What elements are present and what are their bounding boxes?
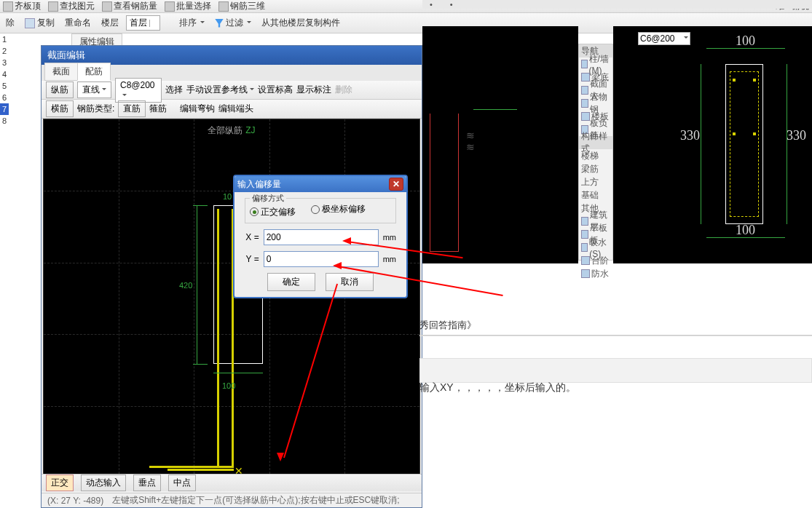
list-item[interactable]: 8 xyxy=(0,115,9,127)
header-item[interactable]: • xyxy=(450,0,453,9)
stirrup-button[interactable]: 箍筋 xyxy=(149,103,167,115)
list-item[interactable]: 1 xyxy=(0,33,9,45)
toolbar-item[interactable]: 查看钢筋量 xyxy=(102,0,157,12)
perp-toggle[interactable]: 垂点 xyxy=(133,475,161,491)
select-button[interactable]: 选择 xyxy=(165,84,183,96)
status-hint: (X: 27 Y: -489) 左键或Shift+左键指定下一点(可选择纵筋中心… xyxy=(42,493,422,507)
manual-ref-button[interactable]: 手动设置参考线 xyxy=(186,84,254,96)
close-button[interactable]: ✕ xyxy=(389,178,403,191)
hengjin-button[interactable]: 横筋 xyxy=(46,100,74,117)
page-header-partial: • • xyxy=(422,0,812,9)
pipe-icon xyxy=(581,99,588,108)
panel-item[interactable]: 防水 xyxy=(579,267,612,280)
toolbar-item[interactable]: 钢筋三维 xyxy=(218,0,265,12)
dimension: 420 xyxy=(179,281,192,290)
filter-button[interactable]: 过滤 xyxy=(212,15,254,31)
dimension: 100 xyxy=(736,33,755,49)
canvas-statusbar: 正交 动态输入 垂点 中点 xyxy=(42,474,422,491)
panel-item[interactable]: 管物钢 xyxy=(579,97,612,110)
ortho-radio[interactable]: 正交偏移 xyxy=(250,206,296,218)
spring-icon: ≋≋ xyxy=(466,130,473,153)
y-label: Y = xyxy=(245,254,259,264)
chevron-down-icon xyxy=(250,88,254,92)
water-icon xyxy=(581,243,588,252)
stirrup xyxy=(730,71,759,217)
polar-radio[interactable]: 极坐标偏移 xyxy=(311,203,366,215)
right-canvas-1[interactable]: ≋≋ xyxy=(422,26,578,263)
filter-icon xyxy=(215,19,224,28)
mid-toggle[interactable]: 中点 xyxy=(168,475,196,491)
coord-readout: (X: 27 Y: -489) xyxy=(47,496,103,506)
list-item[interactable]: 6 xyxy=(0,92,9,103)
zongjin-button[interactable]: 纵筋 xyxy=(46,82,74,98)
floor-select[interactable]: 首层 xyxy=(126,15,160,31)
straight-button[interactable]: 直筋 xyxy=(118,100,146,117)
edit-end-button[interactable]: 编辑端头 xyxy=(218,103,253,115)
batch-select-icon xyxy=(165,1,175,12)
panel-item[interactable]: 梁筋 xyxy=(579,162,612,175)
set-elevation-button[interactable]: 设置标高 xyxy=(258,84,293,96)
section-icon xyxy=(581,86,588,95)
dim-tick xyxy=(193,364,208,365)
dim-line xyxy=(473,109,517,110)
cancel-button[interactable]: 取消 xyxy=(326,273,374,291)
list-item[interactable]: 3 xyxy=(0,57,9,68)
arrow-head-icon xyxy=(329,262,342,269)
panel-item[interactable]: 吸水(S) xyxy=(579,241,612,254)
ortho-toggle[interactable]: 正交 xyxy=(46,475,74,491)
list-item-selected[interactable]: 7 xyxy=(0,103,9,115)
right-nav-panel: 导航 柱/墙(M) 梁底 截面人 管物钢 楼板 板负筋 构件样式 楼梯 梁筋 上… xyxy=(578,44,613,261)
panel-item[interactable]: 柱/墙(M) xyxy=(579,57,612,71)
spec-select[interactable]: C8@200 xyxy=(115,78,162,103)
dyn-input-toggle[interactable]: 动态输入 xyxy=(81,475,126,491)
remove-button[interactable]: 删除 xyxy=(335,84,352,96)
spec-select-right[interactable]: C6@200 xyxy=(638,32,690,45)
slab-icon xyxy=(581,112,590,121)
right-canvas-2[interactable]: 100 330 330 100 xyxy=(613,26,812,263)
panel-item[interactable]: 台阶 xyxy=(579,254,612,267)
rebar-type-label: 钢筋类型: xyxy=(77,103,114,115)
step-icon xyxy=(581,256,590,265)
delete-button[interactable]: 除 xyxy=(3,15,17,31)
divider xyxy=(419,335,812,336)
copy-button[interactable]: 复制 xyxy=(22,15,58,31)
toolbar-item[interactable]: 齐板顶 xyxy=(3,0,41,12)
align-icon xyxy=(3,1,13,12)
line-select[interactable]: 直线 xyxy=(77,82,111,98)
canvas-title: 全部纵筋 ZJ xyxy=(208,124,255,137)
rebar-toolbar-2: 横筋 钢筋类型: 直筋 箍筋 编辑弯钩 编辑端头 xyxy=(42,100,422,119)
dimension: 100 xyxy=(736,223,755,238)
dim-line xyxy=(213,373,263,373)
section-tabs: 截面 配筋 xyxy=(42,65,422,81)
tab-section[interactable]: 截面 xyxy=(44,63,78,81)
view-rebar-icon xyxy=(102,1,112,12)
fieldset-legend: 偏移方式 xyxy=(250,193,286,204)
panel-group: 构件样式 xyxy=(579,136,612,149)
unit-label: mm xyxy=(383,233,396,242)
chevron-down-icon xyxy=(122,94,127,98)
section-canvas[interactable]: 全部纵筋 ZJ 420 100 10 ✕ xyxy=(43,119,420,478)
dim-tick xyxy=(193,205,208,206)
rebar-line xyxy=(217,209,219,468)
panel-item[interactable]: 上方 xyxy=(579,175,612,188)
copy-from-floor-button[interactable]: 从其他楼层复制构件 xyxy=(259,15,343,31)
rename-button[interactable]: 重命名 xyxy=(62,15,94,31)
sort-button[interactable]: 排序 xyxy=(176,15,208,31)
guide-link[interactable]: 秀回答指南》 xyxy=(419,319,476,332)
y-input[interactable] xyxy=(264,251,379,267)
dimension: 10 xyxy=(223,192,232,201)
ok-button[interactable]: 确定 xyxy=(267,273,315,291)
show-mark-button[interactable]: 显示标注 xyxy=(296,84,331,96)
hint-text: 左键或Shift+左键指定下一点(可选择纵筋中心点);按右键中止或ESC键取消; xyxy=(112,494,399,507)
tab-rebar[interactable]: 配筋 xyxy=(77,63,111,81)
beam-icon xyxy=(581,73,590,82)
panel-item[interactable]: 基础 xyxy=(579,188,612,202)
list-item[interactable]: 2 xyxy=(0,45,9,57)
list-item[interactable]: 5 xyxy=(0,80,9,92)
toolbar-item[interactable]: 批量选择 xyxy=(165,0,211,12)
list-item[interactable]: 4 xyxy=(0,68,9,80)
answer-bar xyxy=(419,358,812,383)
toolbar-item[interactable]: 查找图元 xyxy=(48,0,95,12)
header-item[interactable]: • xyxy=(430,0,433,9)
edit-hook-button[interactable]: 编辑弯钩 xyxy=(180,103,215,115)
